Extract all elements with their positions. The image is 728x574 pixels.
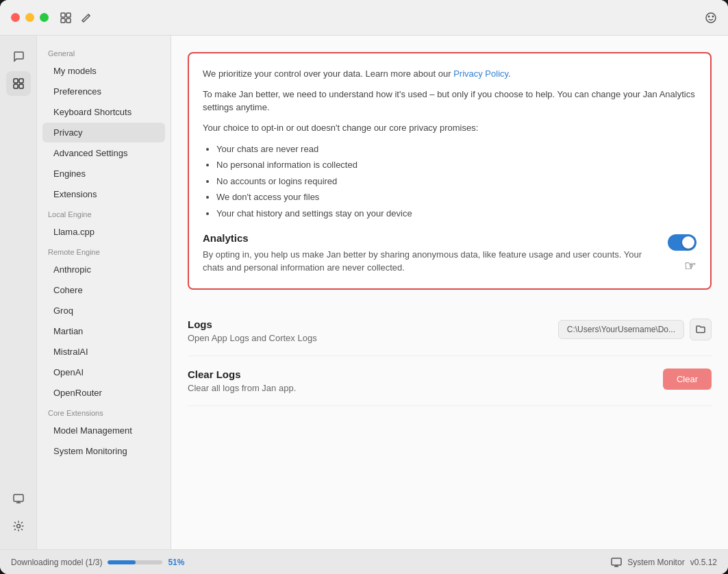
svg-point-12 bbox=[16, 525, 20, 528]
privacy-intro-1-end: . bbox=[508, 68, 511, 79]
toggle-thumb bbox=[682, 236, 694, 249]
statusbar-right: System Monitor v0.5.12 bbox=[611, 557, 717, 568]
sidebar-item-keyboard-shortcuts[interactable]: Keyboard Shortcuts bbox=[42, 102, 165, 122]
maximize-button[interactable] bbox=[40, 13, 49, 22]
logs-title: Logs bbox=[188, 319, 317, 330]
svg-point-6 bbox=[712, 15, 714, 17]
clear-logs-desc: Clear all logs from Jan app. bbox=[188, 383, 296, 393]
svg-rect-13 bbox=[612, 558, 621, 565]
sidebar-item-my-models[interactable]: My models bbox=[42, 61, 165, 81]
logs-desc: Open App Logs and Cortex Logs bbox=[188, 333, 317, 343]
sidebar-item-cohere[interactable]: Cohere bbox=[42, 280, 165, 300]
remote-engine-section-label: Remote Engine bbox=[37, 242, 171, 259]
progress-pct: 51% bbox=[168, 558, 184, 567]
analytics-row: Analytics By opting in, you help us make… bbox=[203, 232, 696, 275]
svg-rect-8 bbox=[19, 79, 23, 83]
palette-icon[interactable] bbox=[705, 12, 717, 24]
cursor-hand-icon: ☞ bbox=[684, 258, 696, 274]
system-monitor-label: System Monitor bbox=[627, 558, 684, 567]
svg-point-5 bbox=[708, 15, 710, 17]
icon-bar bbox=[0, 36, 37, 549]
minimize-button[interactable] bbox=[25, 13, 34, 22]
analytics-desc: By opting in, you help us make Jan bette… bbox=[203, 248, 657, 275]
svg-rect-3 bbox=[66, 18, 71, 23]
privacy-policy-link[interactable]: Privacy Policy bbox=[453, 68, 508, 79]
sidebar-item-extensions[interactable]: Extensions bbox=[42, 184, 165, 204]
sidebar-item-system-monitoring[interactable]: System Monitoring bbox=[42, 441, 165, 461]
svg-rect-2 bbox=[61, 18, 65, 23]
app-window: General My models Preferences Keyboard S… bbox=[0, 0, 728, 574]
svg-point-4 bbox=[706, 13, 716, 23]
local-engine-section-label: Local Engine bbox=[37, 205, 171, 221]
download-label: Downloading model (1/3) bbox=[11, 558, 102, 567]
sidebar-item-martian[interactable]: Martian bbox=[42, 321, 165, 341]
log-path: C:\Users\YourUsername\Do... bbox=[558, 320, 684, 339]
privacy-promises-list: Your chats are never read No personal in… bbox=[216, 141, 696, 221]
clear-button[interactable]: Clear bbox=[663, 369, 712, 390]
version-label: v0.5.12 bbox=[690, 558, 717, 567]
sidebar-item-preferences[interactable]: Preferences bbox=[42, 82, 165, 101]
promise-1: Your chats are never read bbox=[216, 141, 696, 157]
promise-5: Your chat history and settings stay on y… bbox=[216, 205, 696, 221]
svg-rect-7 bbox=[14, 79, 18, 83]
apps-icon[interactable] bbox=[6, 71, 31, 96]
open-folder-button[interactable] bbox=[690, 319, 712, 340]
titlebar-right bbox=[705, 12, 717, 24]
icon-bar-bottom bbox=[6, 486, 31, 541]
promise-3: No accounts or logins required bbox=[216, 173, 696, 189]
traffic-lights bbox=[11, 13, 49, 22]
svg-rect-0 bbox=[61, 13, 65, 17]
monitor-icon bbox=[611, 557, 622, 568]
logs-section: Logs Open App Logs and Cortex Logs C:\Us… bbox=[188, 306, 712, 356]
analytics-right: ☞ bbox=[668, 234, 696, 273]
clear-logs-section: Clear Logs Clear all logs from Jan app. … bbox=[188, 356, 712, 406]
sidebar-item-advanced-settings[interactable]: Advanced Settings bbox=[42, 143, 165, 163]
statusbar: Downloading model (1/3) 51% System Monit… bbox=[0, 549, 728, 574]
titlebar bbox=[0, 0, 728, 36]
general-section-label: General bbox=[37, 44, 171, 60]
privacy-intro-1: We prioritize your control over your dat… bbox=[203, 67, 696, 81]
sidebar-item-openai[interactable]: OpenAI bbox=[42, 362, 165, 382]
close-button[interactable] bbox=[11, 13, 20, 22]
svg-rect-11 bbox=[14, 495, 23, 501]
screen-icon[interactable] bbox=[6, 486, 31, 511]
analytics-toggle[interactable] bbox=[668, 234, 696, 251]
progress-bar-fill bbox=[108, 560, 136, 564]
settings-icon[interactable] bbox=[6, 514, 31, 538]
core-extensions-section-label: Core Extensions bbox=[37, 403, 171, 420]
sidebar-item-anthropic[interactable]: Anthropic bbox=[42, 260, 165, 279]
analytics-title: Analytics bbox=[203, 232, 657, 244]
chat-icon[interactable] bbox=[6, 44, 31, 68]
main-panel: We prioritize your control over your dat… bbox=[171, 36, 728, 549]
analytics-text: Analytics By opting in, you help us make… bbox=[203, 232, 657, 275]
sidebar-item-model-management[interactable]: Model Management bbox=[42, 421, 165, 440]
sidebar-item-privacy[interactable]: Privacy bbox=[42, 123, 165, 142]
log-path-row: C:\Users\YourUsername\Do... bbox=[558, 319, 712, 340]
svg-rect-1 bbox=[66, 13, 71, 17]
privacy-box: We prioritize your control over your dat… bbox=[188, 52, 712, 290]
sidebar-item-mistralai[interactable]: MistralAI bbox=[42, 342, 165, 362]
promise-4: We don't access your files bbox=[216, 189, 696, 205]
logs-text: Logs Open App Logs and Cortex Logs bbox=[188, 319, 317, 343]
download-info: Downloading model (1/3) 51% bbox=[11, 558, 184, 567]
privacy-opt-in-title: Your choice to opt-in or out doesn't cha… bbox=[203, 121, 696, 135]
sidebar-item-openrouter[interactable]: OpenRouter bbox=[42, 383, 165, 403]
main-content: General My models Preferences Keyboard S… bbox=[0, 36, 728, 549]
sidebar-item-engines[interactable]: Engines bbox=[42, 164, 165, 184]
svg-rect-9 bbox=[14, 84, 18, 88]
sidebar-item-groq[interactable]: Groq bbox=[42, 301, 165, 321]
clear-logs-text: Clear Logs Clear all logs from Jan app. bbox=[188, 369, 296, 393]
clear-logs-title: Clear Logs bbox=[188, 369, 296, 380]
promise-2: No personal information is collected bbox=[216, 157, 696, 173]
grid-icon[interactable] bbox=[60, 12, 72, 24]
sidebar-item-llamacpp[interactable]: Llama.cpp bbox=[42, 222, 165, 242]
privacy-intro-2: To make Jan better, we need to understan… bbox=[203, 88, 696, 114]
titlebar-icons bbox=[60, 12, 92, 24]
svg-rect-10 bbox=[19, 84, 23, 88]
sidebar: General My models Preferences Keyboard S… bbox=[37, 36, 171, 549]
progress-bar bbox=[108, 560, 162, 564]
edit-icon[interactable] bbox=[80, 12, 92, 24]
